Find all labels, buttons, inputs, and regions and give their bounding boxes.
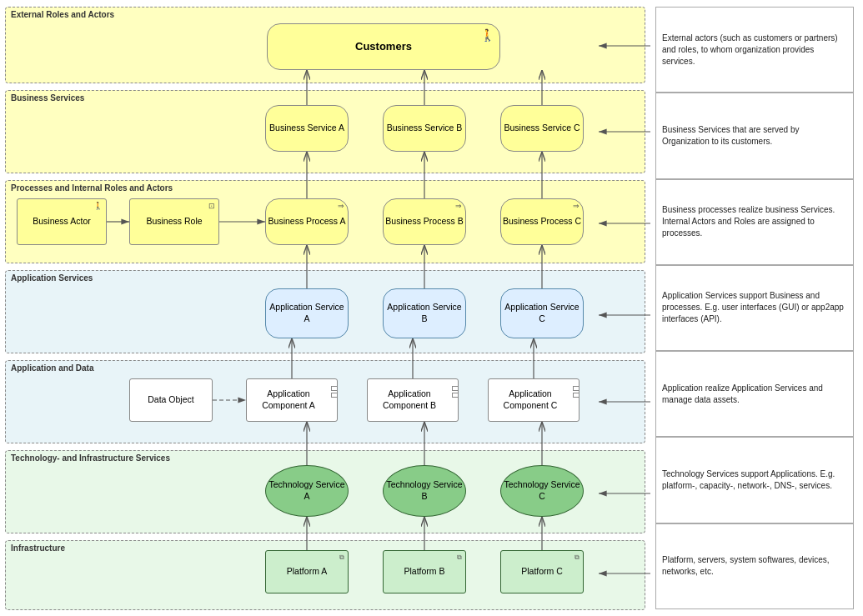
bsA-label: Business Service A	[269, 123, 344, 134]
asB-label: Application Service B	[384, 302, 465, 324]
platC-node: Platform C ⧉	[500, 550, 584, 593]
bsC-node: Business Service C	[500, 105, 584, 152]
annotation-app-services: Application Services support Business an…	[655, 265, 854, 351]
layer-tech-label: Technology- and Infrastructure Services	[11, 453, 170, 463]
platC-label: Platform C	[521, 566, 563, 578]
acC-notch	[573, 386, 580, 398]
acB-label: Application Component B	[368, 388, 451, 411]
platC-icon: ⧉	[574, 553, 580, 562]
acB-notch	[452, 386, 459, 398]
layer-infra-label: Infrastructure	[11, 543, 65, 553]
bpB-label: Business Process B	[385, 216, 463, 228]
person-icon: 🚶	[480, 28, 494, 43]
layer-business-services-label: Business Services	[11, 93, 84, 103]
acA-label: Application Component A	[247, 388, 330, 411]
bpC-label: Business Process C	[503, 216, 581, 228]
layer-app-services-label: Application Services	[11, 273, 93, 283]
platA-node: Platform A ⧉	[265, 550, 349, 593]
annotation-processes: Business processes realize business Serv…	[655, 179, 854, 265]
tsC-node: Technology Service C	[500, 465, 584, 517]
diagram: External Roles and Actors Business Servi…	[0, 0, 650, 616]
platB-node: Platform B ⧉	[383, 550, 466, 593]
asB-node: Application Service B	[383, 288, 466, 338]
layer-processes-label: Processes and Internal Roles and Actors	[11, 183, 173, 193]
tsA-node: Technology Service A	[265, 465, 349, 517]
bsC-label: Business Service C	[504, 123, 580, 134]
bpB-node: Business Process B ⇒	[383, 198, 466, 245]
acA-notch	[331, 386, 338, 398]
ba-label: Business Actor	[33, 216, 90, 228]
tsA-label: Technology Service A	[266, 479, 348, 502]
platB-icon: ⧉	[457, 553, 462, 562]
annotation-business-services: Business Services that are served by Org…	[655, 93, 854, 178]
acB-node: Application Component B	[367, 378, 459, 422]
do-node: Data Object	[129, 378, 213, 422]
asC-label: Application Service C	[501, 302, 583, 324]
bpC-node: Business Process C ⇒	[500, 198, 584, 245]
br-label: Business Role	[146, 216, 202, 228]
annotation-external: External actors (such as customers or pa…	[655, 7, 854, 93]
br-node: Business Role ⊡	[129, 198, 219, 245]
bpA-icon: ⇒	[338, 202, 344, 212]
asA-label: Application Service A	[266, 302, 348, 324]
layer-app-data-label: Application and Data	[11, 363, 93, 373]
platB-label: Platform B	[404, 566, 444, 578]
asA-node: Application Service A	[265, 288, 349, 338]
annotation-tech: Technology Services support Applications…	[655, 437, 854, 523]
acC-node: Application Component C	[488, 378, 580, 422]
do-label: Data Object	[148, 394, 193, 406]
platA-icon: ⧉	[339, 553, 344, 562]
annotations: External actors (such as customers or pa…	[650, 0, 859, 616]
bpB-icon: ⇒	[455, 202, 462, 212]
role-icon: ⊡	[208, 202, 215, 212]
bsA-node: Business Service A	[265, 105, 349, 152]
annotation-app-data: Application realize Application Services…	[655, 351, 854, 437]
tsB-label: Technology Service B	[384, 479, 465, 502]
bpC-icon: ⇒	[573, 202, 580, 212]
tsC-label: Technology Service C	[501, 479, 583, 502]
annotation-infra: Platform, servers, system softwares, dev…	[655, 523, 854, 609]
customers-label: Customers	[355, 40, 412, 54]
acA-node: Application Component A	[246, 378, 338, 422]
actor-icon: 🚶	[93, 202, 103, 212]
acC-label: Application Component C	[489, 388, 572, 411]
bpA-node: Business Process A ⇒	[265, 198, 349, 245]
bsB-label: Business Service B	[387, 123, 462, 134]
tsB-node: Technology Service B	[383, 465, 466, 517]
bsB-node: Business Service B	[383, 105, 466, 152]
layer-external-label: External Roles and Actors	[11, 10, 114, 19]
ba-node: Business Actor 🚶	[17, 198, 107, 245]
asC-node: Application Service C	[500, 288, 584, 338]
bpA-label: Business Process A	[268, 216, 346, 228]
platA-label: Platform A	[287, 566, 327, 578]
customers-node: Customers 🚶	[267, 23, 500, 70]
